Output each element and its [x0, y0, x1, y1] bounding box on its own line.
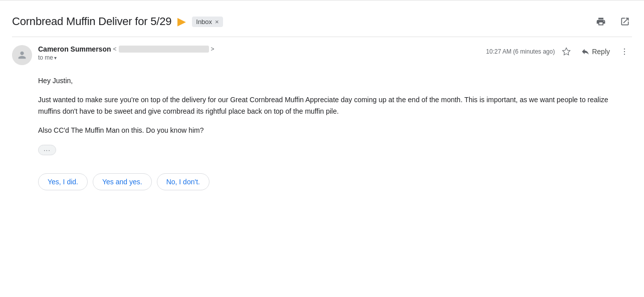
sender-info: Cameron Summerson < > to me ▾ [38, 45, 480, 61]
smart-reply-row: Yes, I did. Yes and yes. No, I don't. [12, 163, 632, 198]
svg-point-3 [624, 54, 625, 55]
subject-row: Cornbread Muffin Deliver for 5/29 ▶ Inbo… [12, 9, 632, 37]
smart-reply-button-1[interactable]: Yes, I did. [38, 173, 88, 190]
avatar-icon [17, 50, 28, 61]
sender-name: Cameron Summerson [38, 45, 111, 53]
forward-arrow-icon: ▶ [177, 15, 186, 28]
print-button[interactable] [594, 15, 608, 29]
angle-close: > [211, 46, 214, 53]
show-more-button[interactable]: ··· [38, 145, 56, 155]
more-options-button[interactable] [617, 45, 632, 58]
more-vert-icon [620, 47, 629, 56]
open-in-new-icon [620, 17, 630, 27]
email-subject: Cornbread Muffin Deliver for 5/29 [12, 15, 171, 28]
sender-email-redacted [119, 46, 209, 53]
to-me-row[interactable]: to me ▾ [38, 54, 480, 61]
to-me-label: to me [38, 54, 53, 61]
chevron-down-icon: ▾ [54, 55, 57, 61]
subject-actions [594, 15, 632, 29]
subject-left: Cornbread Muffin Deliver for 5/29 ▶ Inbo… [12, 15, 223, 28]
inbox-badge[interactable]: Inbox × [192, 17, 223, 27]
email-greeting: Hey Justin, [38, 75, 632, 86]
svg-point-2 [624, 51, 625, 52]
smart-reply-button-3[interactable]: No, I don't. [157, 173, 209, 190]
smart-reply-button-2[interactable]: Yes and yes. [93, 173, 152, 190]
inbox-label: Inbox [196, 18, 212, 26]
email-body-paragraph-2: Also CC'd The Muffin Man on this. Do you… [38, 125, 632, 136]
svg-marker-0 [563, 48, 570, 55]
print-icon [596, 17, 606, 27]
svg-point-1 [624, 49, 625, 50]
star-icon [562, 47, 571, 56]
angle-open: < [113, 46, 116, 53]
email-container: Cornbread Muffin Deliver for 5/29 ▶ Inbo… [0, 1, 644, 210]
sender-name-row: Cameron Summerson < > [38, 45, 480, 53]
reply-icon [581, 47, 590, 56]
star-button[interactable] [559, 45, 574, 58]
email-meta: Cameron Summerson < > to me ▾ 10:27 AM (… [12, 37, 632, 71]
popout-button[interactable] [618, 15, 632, 29]
inbox-close-icon[interactable]: × [215, 18, 219, 26]
sender-avatar [12, 45, 32, 65]
email-body: Hey Justin, Just wanted to make sure you… [12, 71, 632, 163]
email-actions-right: 10:27 AM (6 minutes ago) Reply [486, 45, 632, 58]
reply-button[interactable]: Reply [578, 45, 613, 58]
reply-label: Reply [592, 48, 610, 56]
email-body-paragraph-1: Just wanted to make sure you're on top o… [38, 94, 632, 117]
email-timestamp: 10:27 AM (6 minutes ago) [486, 48, 555, 55]
